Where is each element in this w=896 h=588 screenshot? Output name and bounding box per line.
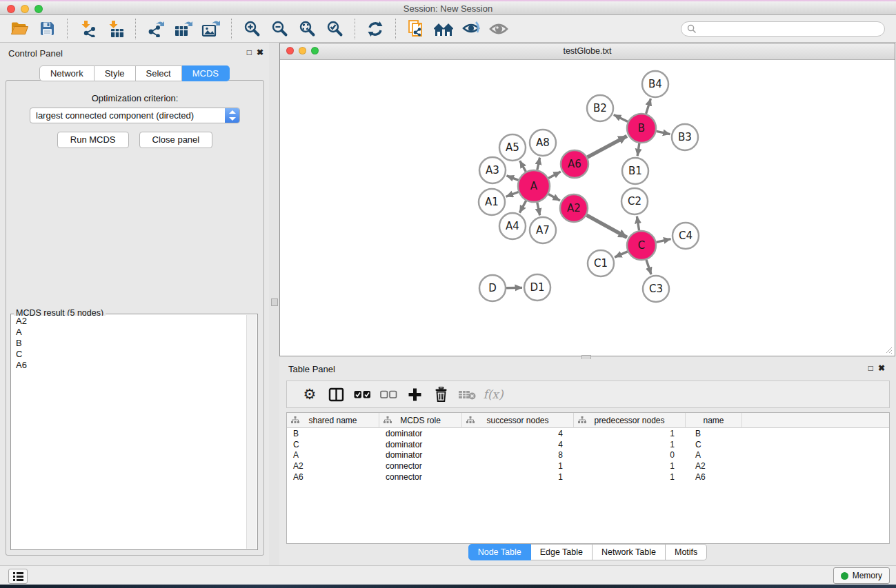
- tab-network[interactable]: Network: [39, 65, 94, 81]
- cell-shared-name[interactable]: A2: [287, 461, 379, 471]
- graph-node-D[interactable]: D: [479, 275, 506, 301]
- cell-shared-name[interactable]: A: [287, 450, 379, 460]
- graph-node-A6[interactable]: A6: [561, 150, 588, 178]
- trash-button[interactable]: [428, 384, 454, 405]
- add-button[interactable]: [401, 384, 428, 405]
- float-table-panel-icon[interactable]: □: [868, 363, 873, 373]
- memory-button[interactable]: Memory: [833, 567, 890, 584]
- dropdown-stepper-icon[interactable]: [225, 108, 239, 123]
- graph-edge-C-C2[interactable]: [637, 216, 639, 231]
- doc-network-button[interactable]: [402, 18, 430, 40]
- network-canvas[interactable]: B4B2BB3A8A5A6A3B1AC2A1A2A4A7C4CC1DD1C3: [281, 61, 893, 354]
- import-network-button[interactable]: [74, 18, 101, 40]
- save-button[interactable]: [33, 18, 61, 40]
- graph-node-A5[interactable]: A5: [499, 134, 526, 161]
- graph-node-C1[interactable]: C1: [588, 250, 614, 276]
- table-row[interactable]: A2connector11A2: [287, 460, 889, 472]
- graph-node-B[interactable]: B: [627, 114, 656, 143]
- graph-edge-A-A7[interactable]: [537, 203, 540, 216]
- hide-eye-button[interactable]: [457, 18, 485, 40]
- graph-node-C[interactable]: C: [627, 231, 656, 260]
- mcds-result-item[interactable]: A2: [12, 316, 246, 327]
- search-box[interactable]: [681, 21, 885, 37]
- column-header-name[interactable]: name: [686, 413, 742, 428]
- table-row[interactable]: Bdominator41B: [287, 428, 889, 439]
- graph-node-D1[interactable]: D1: [524, 274, 550, 301]
- cell-name[interactable]: A: [686, 450, 742, 460]
- graph-edge-A2-C[interactable]: [586, 215, 627, 237]
- graph-edge-A-A2[interactable]: [548, 194, 560, 201]
- graph-edge-A-A6[interactable]: [548, 172, 561, 179]
- close-panel-button[interactable]: Close panel: [139, 132, 213, 148]
- graph-node-A2[interactable]: A2: [560, 194, 588, 222]
- cell-successor-nodes[interactable]: 4: [462, 429, 574, 438]
- cell-name[interactable]: B: [686, 429, 742, 438]
- graph-node-B4[interactable]: B4: [642, 71, 668, 97]
- cell-name[interactable]: A2: [686, 461, 742, 471]
- graph-node-B1[interactable]: B1: [622, 158, 648, 184]
- zoom-out-button[interactable]: [266, 18, 293, 40]
- graph-edge-A-A5[interactable]: [520, 161, 526, 172]
- graph-node-C3[interactable]: C3: [643, 276, 669, 302]
- network-graph[interactable]: B4B2BB3A8A5A6A3B1AC2A1A2A4A7C4CC1DD1C3: [281, 61, 893, 354]
- graph-edge-A-A1[interactable]: [506, 192, 519, 196]
- cell-predecessor-nodes[interactable]: 1: [574, 440, 686, 449]
- column-header-successor-nodes[interactable]: successor nodes: [462, 413, 574, 428]
- graph-node-B3[interactable]: B3: [672, 124, 698, 150]
- cell-MCDS-role[interactable]: connector: [379, 472, 462, 482]
- criterion-dropdown[interactable]: largest connected component (directed): [30, 108, 240, 123]
- node-table[interactable]: shared nameMCDS rolesuccessor nodesprede…: [286, 412, 890, 544]
- graph-node-A3[interactable]: A3: [479, 157, 506, 183]
- graph-node-A1[interactable]: A1: [479, 189, 505, 215]
- unchecked-pair-button[interactable]: [375, 384, 401, 405]
- column-header-shared-name[interactable]: shared name: [287, 413, 379, 428]
- cell-MCDS-role[interactable]: dominator: [379, 450, 462, 460]
- refresh-button[interactable]: [361, 18, 389, 40]
- tab-network-table[interactable]: Network Table: [593, 544, 666, 560]
- cell-MCDS-role[interactable]: connector: [379, 461, 462, 471]
- cell-shared-name[interactable]: A6: [287, 472, 379, 482]
- home-button[interactable]: [430, 18, 457, 40]
- cell-MCDS-role[interactable]: dominator: [379, 429, 462, 438]
- window-titlebar[interactable]: Session: New Session: [0, 0, 896, 15]
- cell-successor-nodes[interactable]: 4: [462, 440, 574, 449]
- graph-edge-C-C4[interactable]: [656, 239, 670, 243]
- checked-pair-button[interactable]: [349, 384, 375, 405]
- show-eye-button[interactable]: [485, 18, 512, 40]
- cell-successor-nodes[interactable]: 1: [462, 472, 574, 482]
- network-window-titlebar[interactable]: testGlobe.txt: [280, 43, 895, 60]
- cell-name[interactable]: A6: [686, 472, 742, 482]
- resize-grip-icon[interactable]: [884, 345, 893, 354]
- cell-shared-name[interactable]: B: [287, 429, 379, 438]
- tab-node-table[interactable]: Node Table: [468, 544, 531, 560]
- float-panel-icon[interactable]: □: [247, 48, 252, 57]
- open-folder-button[interactable]: [6, 18, 33, 40]
- graph-edge-B-B3[interactable]: [657, 131, 670, 134]
- graph-edge-A-A4[interactable]: [519, 201, 526, 212]
- vertical-splitter[interactable]: [269, 43, 279, 565]
- graph-edge-B-B1[interactable]: [637, 143, 639, 156]
- graph-edge-C-C3[interactable]: [646, 260, 651, 274]
- mcds-result-item[interactable]: A6: [12, 360, 246, 371]
- graph-edge-A-A8[interactable]: [537, 158, 540, 170]
- tab-select[interactable]: Select: [136, 65, 182, 81]
- mcds-result-item[interactable]: A: [12, 327, 246, 338]
- column-header-MCDS-role[interactable]: MCDS role: [379, 413, 462, 428]
- search-input[interactable]: [699, 23, 879, 34]
- graph-node-B2[interactable]: B2: [587, 95, 613, 121]
- tab-style[interactable]: Style: [94, 65, 136, 81]
- graph-edge-A6-B[interactable]: [588, 136, 627, 157]
- table-body[interactable]: Bdominator41BCdominator41CAdominator80AA…: [287, 428, 889, 483]
- table-row[interactable]: Cdominator41C: [287, 439, 889, 450]
- run-mcds-button[interactable]: Run MCDS: [57, 132, 129, 148]
- import-table-button[interactable]: [101, 18, 129, 40]
- export-network-button[interactable]: [142, 18, 170, 40]
- graph-node-A7[interactable]: A7: [530, 217, 556, 243]
- cell-predecessor-nodes[interactable]: 1: [574, 429, 686, 438]
- graph-node-A[interactable]: A: [518, 170, 550, 202]
- cell-successor-nodes[interactable]: 1: [462, 461, 574, 471]
- cell-predecessor-nodes[interactable]: 1: [574, 461, 686, 471]
- column-header-predecessor-nodes[interactable]: predecessor nodes: [574, 413, 686, 428]
- columns-button[interactable]: [323, 384, 349, 405]
- zoom-fit-button[interactable]: [293, 18, 321, 40]
